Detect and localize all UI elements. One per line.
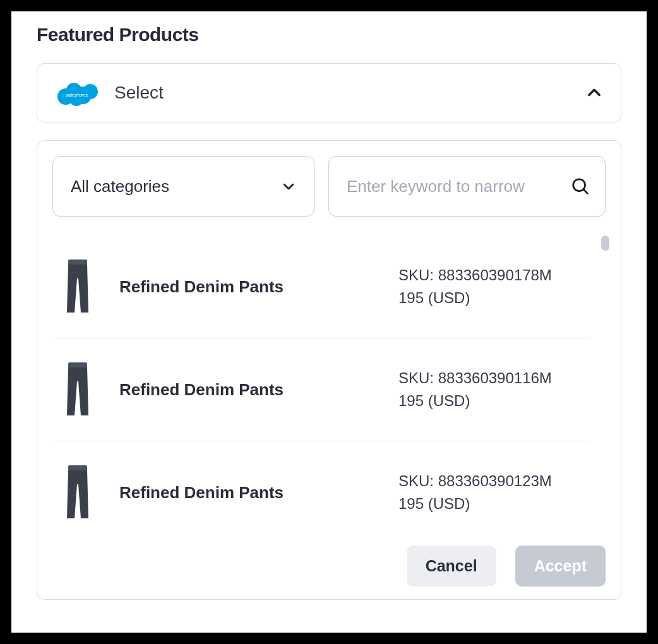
product-row[interactable]: Refined Denim Pants SKU: 883360390116M 1… <box>52 338 590 441</box>
search-box[interactable] <box>328 156 606 217</box>
filters-row: All categories <box>52 156 613 217</box>
product-meta: SKU: 883360390123M 195 (USD) <box>398 470 588 515</box>
product-sku: 883360390178M <box>438 266 552 283</box>
product-meta: SKU: 883360390178M 195 (USD) <box>398 264 588 309</box>
product-name: Refined Denim Pants <box>119 277 376 297</box>
product-row[interactable]: Refined Denim Pants SKU: 883360390178M 1… <box>52 236 590 338</box>
footer-actions: Cancel Accept <box>407 546 606 587</box>
category-select[interactable]: All categories <box>52 156 314 217</box>
product-name: Refined Denim Pants <box>119 380 376 400</box>
select-label: Select <box>114 83 164 103</box>
page-title: Featured Products <box>37 24 621 45</box>
select-left: salesforce Select <box>55 78 164 108</box>
product-thumbnail <box>59 258 97 315</box>
salesforce-logo: salesforce <box>55 78 99 108</box>
accept-button[interactable]: Accept <box>515 546 606 587</box>
product-price: 195 (USD) <box>398 390 588 412</box>
product-thumbnail <box>59 361 97 418</box>
svg-line-7 <box>583 189 587 193</box>
product-name: Refined Denim Pants <box>119 483 376 503</box>
sku-prefix: SKU: <box>398 472 438 489</box>
scrollbar-thumb[interactable] <box>601 236 609 251</box>
chevron-up-icon <box>585 84 603 102</box>
product-thumbnail <box>59 464 97 521</box>
chevron-down-icon <box>281 179 296 194</box>
page-container: Featured Products salesforce Select <box>11 11 647 633</box>
product-scroll-area: Refined Denim Pants SKU: 883360390178M 1… <box>52 236 613 592</box>
sku-prefix: SKU: <box>398 266 438 283</box>
product-list-panel: All categories Refined Denim Pants <box>37 140 621 600</box>
svg-text:salesforce: salesforce <box>66 92 89 98</box>
product-price: 195 (USD) <box>398 492 588 515</box>
product-sku: 883360390123M <box>438 472 552 489</box>
product-meta: SKU: 883360390116M 195 (USD) <box>398 367 588 412</box>
product-row[interactable]: Refined Denim Pants SKU: 883360390123M 1… <box>52 441 590 544</box>
product-source-select[interactable]: salesforce Select <box>37 63 621 122</box>
search-input[interactable] <box>347 177 563 196</box>
cancel-button[interactable]: Cancel <box>407 546 496 587</box>
product-sku: 883360390116M <box>438 369 552 386</box>
product-price: 195 (USD) <box>398 287 588 309</box>
category-label: All categories <box>71 177 169 196</box>
search-icon <box>571 177 590 196</box>
sku-prefix: SKU: <box>398 369 438 386</box>
